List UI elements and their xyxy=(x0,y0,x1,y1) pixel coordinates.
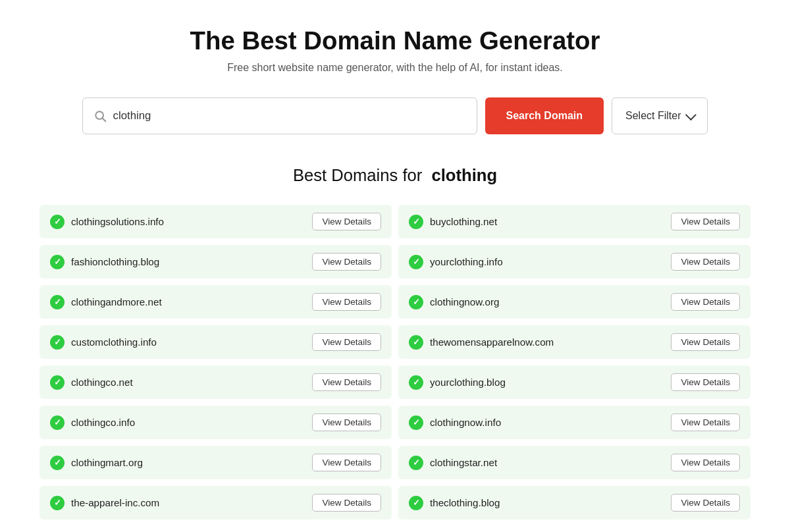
svg-line-1 xyxy=(102,119,105,122)
domain-name: clothingmart.org xyxy=(71,457,143,468)
available-icon xyxy=(50,456,65,470)
available-icon xyxy=(409,335,423,350)
domain-item: clothingandmore.net View Details xyxy=(40,285,392,319)
domain-item: clothingsolutions.info View Details xyxy=(40,205,392,238)
available-icon xyxy=(409,215,423,229)
view-details-button[interactable]: View Details xyxy=(671,293,740,311)
view-details-button[interactable]: View Details xyxy=(671,373,740,391)
available-icon xyxy=(409,456,423,470)
available-icon xyxy=(409,295,423,309)
view-details-button[interactable]: View Details xyxy=(671,454,740,471)
available-icon xyxy=(409,255,423,269)
view-details-button[interactable]: View Details xyxy=(312,454,381,471)
domain-name: clothingco.info xyxy=(71,417,135,428)
domain-name: yourclothing.info xyxy=(430,256,503,267)
view-details-button[interactable]: View Details xyxy=(312,213,381,230)
domain-left: fashionclothing.blog xyxy=(50,255,159,269)
search-input-wrapper xyxy=(82,97,477,134)
header-section: The Best Domain Name Generator Free shor… xyxy=(40,26,750,74)
domain-name: thewomensapparelnow.com xyxy=(430,336,554,348)
domain-left: clothingco.info xyxy=(50,415,135,430)
view-details-button[interactable]: View Details xyxy=(671,253,740,271)
chevron-down-icon xyxy=(685,109,697,120)
domain-item: clothingstar.net View Details xyxy=(398,446,750,479)
results-section: Best Domains for clothing clothingsoluti… xyxy=(40,166,750,519)
domain-left: clothingstar.net xyxy=(409,456,497,470)
view-details-button[interactable]: View Details xyxy=(312,413,381,431)
available-icon xyxy=(409,415,423,430)
search-icon xyxy=(93,109,107,122)
domain-name: clothingnow.org xyxy=(430,296,500,307)
domain-name: theclothing.blog xyxy=(430,497,500,508)
domain-item: thewomensapparelnow.com View Details xyxy=(398,325,750,359)
domain-left: buyclothing.net xyxy=(409,215,497,229)
domain-name: yourclothing.blog xyxy=(430,377,506,388)
domain-left: clothingsolutions.info xyxy=(50,215,164,229)
domain-name: buyclothing.net xyxy=(430,216,497,227)
domain-name: clothingstar.net xyxy=(430,457,497,468)
domain-left: yourclothing.blog xyxy=(409,375,506,390)
domain-left: clothingnow.info xyxy=(409,415,501,430)
select-filter-button[interactable]: Select Filter xyxy=(612,97,708,134)
domain-name: clothingnow.info xyxy=(430,417,501,428)
page-title: The Best Domain Name Generator xyxy=(40,26,750,55)
view-details-button[interactable]: View Details xyxy=(312,253,381,271)
domain-item: clothingnow.info View Details xyxy=(398,406,750,439)
available-icon xyxy=(409,375,423,390)
domain-left: clothingandmore.net xyxy=(50,295,162,309)
view-details-button[interactable]: View Details xyxy=(312,293,381,311)
view-details-button[interactable]: View Details xyxy=(312,333,381,351)
view-details-button[interactable]: View Details xyxy=(312,373,381,391)
view-details-button[interactable]: View Details xyxy=(671,213,740,230)
domains-grid: clothingsolutions.info View Details buyc… xyxy=(40,205,750,519)
domain-item: yourclothing.blog View Details xyxy=(398,365,750,399)
domain-name: customclothing.info xyxy=(71,336,157,348)
available-icon xyxy=(50,496,65,510)
view-details-button[interactable]: View Details xyxy=(671,333,740,351)
results-title: Best Domains for clothing xyxy=(40,166,750,185)
domain-left: customclothing.info xyxy=(50,335,157,350)
domain-name: clothingsolutions.info xyxy=(71,216,164,227)
available-icon xyxy=(50,255,65,269)
domain-name: fashionclothing.blog xyxy=(71,256,159,267)
available-icon xyxy=(409,496,423,510)
domain-name: clothingco.net xyxy=(71,377,133,388)
domain-item: theclothing.blog View Details xyxy=(398,486,750,519)
domain-item: yourclothing.info View Details xyxy=(398,245,750,279)
domain-item: clothingnow.org View Details xyxy=(398,285,750,319)
domain-item: buyclothing.net View Details xyxy=(398,205,750,238)
domain-left: clothingco.net xyxy=(50,375,133,390)
domain-name: clothingandmore.net xyxy=(71,296,162,307)
domain-name: the-apparel-inc.com xyxy=(71,497,159,508)
search-bar: Search Domain Select Filter xyxy=(40,97,750,134)
view-details-button[interactable]: View Details xyxy=(671,413,740,431)
available-icon xyxy=(50,375,65,390)
domain-left: clothingmart.org xyxy=(50,456,143,470)
domain-item: clothingco.info View Details xyxy=(40,406,392,439)
domain-left: the-apparel-inc.com xyxy=(50,496,159,510)
available-icon xyxy=(50,295,65,309)
domain-item: clothingco.net View Details xyxy=(40,365,392,399)
domain-item: the-apparel-inc.com View Details xyxy=(40,486,392,519)
available-icon xyxy=(50,215,65,229)
page-subtitle: Free short website name generator, with … xyxy=(40,62,750,74)
domain-left: theclothing.blog xyxy=(409,496,500,510)
domain-left: clothingnow.org xyxy=(409,295,500,309)
domain-item: customclothing.info View Details xyxy=(40,325,392,359)
available-icon xyxy=(50,415,65,430)
domain-item: clothingmart.org View Details xyxy=(40,446,392,479)
search-input[interactable] xyxy=(113,109,466,122)
domain-left: thewomensapparelnow.com xyxy=(409,335,554,350)
view-details-button[interactable]: View Details xyxy=(312,494,381,512)
domain-item: fashionclothing.blog View Details xyxy=(40,245,392,279)
view-details-button[interactable]: View Details xyxy=(671,494,740,512)
domain-left: yourclothing.info xyxy=(409,255,503,269)
search-domain-button[interactable]: Search Domain xyxy=(485,97,604,134)
available-icon xyxy=(50,335,65,350)
